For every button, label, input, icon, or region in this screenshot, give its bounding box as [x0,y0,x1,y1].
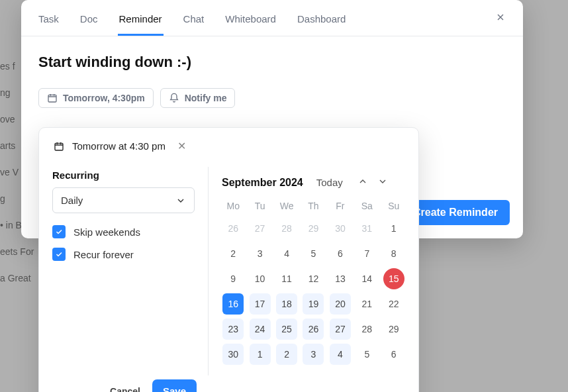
calendar-dow: Mo [222,201,244,214]
checkbox-checked-icon [52,225,66,238]
calendar-panel: September 2024 Today MoTuWeThFrSaSu26272… [209,167,418,375]
bell-icon [169,93,179,103]
calendar-day[interactable]: 2 [276,344,297,365]
recurring-frequency-value: Daily [61,195,83,206]
calendar-day[interactable]: 9 [222,268,244,289]
calendar-day[interactable]: 27 [250,218,271,239]
recur-forever-label: Recur forever [73,249,134,260]
svg-rect-0 [48,95,56,102]
tab-chat[interactable]: Chat [182,8,206,36]
calendar-icon [47,93,58,103]
calendar-dow: Su [383,201,405,214]
skip-weekends-label: Skip weekends [73,226,140,238]
svg-rect-1 [55,143,63,150]
skip-weekends-checkbox[interactable]: Skip weekends [52,225,195,238]
tab-reminder[interactable]: Reminder [118,8,164,36]
save-button[interactable]: Save [152,379,197,392]
date-chip-label: Tomorrow, 4:30pm [63,93,145,103]
date-recurrence-popover: Tomorrow at 4:30 pm ✕ Recurring Daily Sk… [38,127,419,392]
calendar-day[interactable]: 27 [330,318,351,340]
notify-chip-label: Notify me [185,93,227,103]
calendar-day[interactable]: 1 [250,344,271,365]
calendar-day[interactable]: 11 [276,268,297,289]
calendar-day[interactable]: 2 [222,243,244,264]
calendar-prev-icon[interactable] [355,175,371,190]
calendar-day[interactable]: 15 [383,268,404,289]
calendar-day[interactable]: 13 [330,268,351,289]
calendar-dow: Tu [248,201,271,214]
calendar-month-title: September 2024 [222,177,303,189]
calendar-day[interactable]: 7 [356,243,377,264]
calendar-today-link[interactable]: Today [316,177,343,188]
calendar-icon [54,141,64,152]
recurring-frequency-select[interactable]: Daily [52,187,195,213]
calendar-day[interactable]: 24 [250,318,271,340]
calendar-day[interactable]: 25 [276,318,297,340]
calendar-day[interactable]: 12 [303,268,324,289]
calendar-next-icon[interactable] [375,175,391,190]
calendar-day[interactable]: 4 [330,344,351,365]
recurring-heading: Recurring [52,170,195,181]
calendar-day[interactable]: 26 [222,218,244,239]
calendar-day[interactable]: 16 [222,293,244,315]
calendar-day[interactable]: 29 [303,218,324,239]
close-icon[interactable] [495,12,508,25]
date-chip[interactable]: Tomorrow, 4:30pm [38,88,154,108]
recur-forever-checkbox[interactable]: Recur forever [52,248,195,261]
calendar-day[interactable]: 6 [330,243,351,264]
calendar-day[interactable]: 17 [250,293,271,315]
tab-whiteboard[interactable]: Whiteboard [224,8,277,36]
reminder-title[interactable]: Start winding down :-) [38,54,506,71]
calendar-day[interactable]: 30 [330,218,351,239]
calendar-day[interactable]: 3 [250,243,271,264]
calendar-day[interactable]: 30 [222,344,244,365]
notify-chip[interactable]: Notify me [160,88,236,108]
calendar-day[interactable]: 22 [383,293,404,315]
calendar-day[interactable]: 5 [303,243,324,264]
calendar-day[interactable]: 20 [330,293,351,315]
calendar-day[interactable]: 28 [276,218,297,239]
calendar-day[interactable]: 5 [356,344,377,365]
calendar-day[interactable]: 6 [383,344,404,365]
tab-doc[interactable]: Doc [79,8,99,36]
recurring-panel: Recurring Daily Skip weekends Recur fore… [39,167,209,375]
checkbox-checked-icon [52,248,66,261]
calendar-dow: Sa [355,201,378,214]
calendar-dow: Fr [329,201,352,214]
calendar-day[interactable]: 31 [356,218,377,239]
calendar-day[interactable]: 4 [276,243,297,264]
calendar-day[interactable]: 8 [383,243,404,264]
tab-task[interactable]: Task [37,8,60,36]
tab-dashboard[interactable]: Dashboard [296,8,347,36]
modal-tabs: TaskDocReminderChatWhiteboardDashboard [21,0,523,36]
calendar-day[interactable]: 21 [356,293,377,315]
popover-date-text: Tomorrow at 4:30 pm [72,140,166,152]
clear-date-icon[interactable]: ✕ [177,140,186,152]
calendar-day[interactable]: 14 [356,268,377,289]
calendar-day[interactable]: 3 [303,344,324,365]
calendar-day[interactable]: 23 [222,318,244,340]
calendar-day[interactable]: 1 [383,218,404,239]
chevron-down-icon [175,195,186,206]
calendar-day[interactable]: 28 [356,318,377,340]
calendar-dow: Th [302,201,324,214]
calendar-day[interactable]: 19 [303,293,324,315]
calendar-day[interactable]: 18 [276,293,297,315]
calendar-grid: MoTuWeThFrSaSu26272829303112345678910111… [222,201,405,365]
calendar-day[interactable]: 26 [303,318,324,340]
popover-header: Tomorrow at 4:30 pm ✕ [39,128,418,167]
calendar-day[interactable]: 10 [250,268,271,289]
cancel-button[interactable]: Cancel [107,381,143,393]
calendar-day[interactable]: 29 [383,318,404,340]
calendar-dow: We [275,201,298,214]
